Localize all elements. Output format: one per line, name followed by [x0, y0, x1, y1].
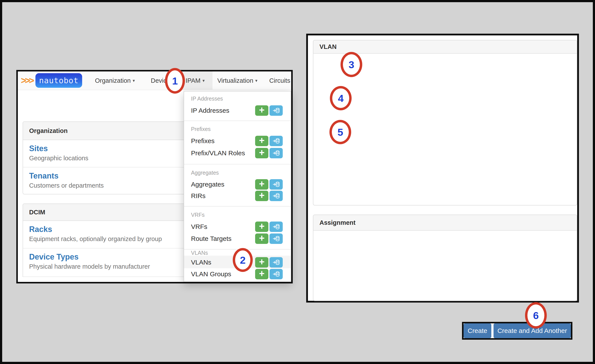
menu-section-header: Prefixes — [191, 124, 211, 134]
plus-icon: + — [259, 233, 265, 243]
add-route-targets-button[interactable]: + — [255, 233, 268, 244]
chevron-down-icon: ▾ — [133, 78, 135, 83]
import-database-icon — [273, 259, 280, 266]
menu-section-header: Aggregates — [191, 168, 219, 178]
card-assignment-title: Assignment — [313, 215, 577, 231]
import-database-icon — [273, 107, 280, 114]
add-prefixes-button[interactable]: + — [255, 136, 268, 146]
menu-item-aggregates[interactable]: Aggregates — [191, 178, 224, 191]
menu-section-header: IP Addresses — [191, 94, 223, 104]
import-route-targets-button[interactable] — [269, 233, 283, 244]
annotation-circle-4: 4 — [330, 86, 352, 110]
plus-icon: + — [259, 148, 265, 157]
menu-section-header: VRFs — [191, 210, 205, 220]
add-prefix-vlan-roles-button[interactable]: + — [255, 148, 268, 158]
menu-item-vlans[interactable]: VLANs — [191, 256, 211, 269]
annotation-number: 3 — [348, 59, 354, 70]
annotation-circle-3: 3 — [340, 52, 362, 77]
menu-item-rirs[interactable]: RIRs — [191, 189, 205, 202]
add-ip-addresses-button[interactable]: + — [255, 105, 268, 116]
import-database-icon — [273, 138, 280, 144]
annotation-number: 5 — [338, 126, 343, 138]
plus-icon: + — [259, 269, 265, 278]
import-database-icon — [273, 236, 280, 242]
annotation-number: 2 — [240, 254, 246, 266]
import-rirs-button[interactable] — [269, 191, 283, 201]
import-aggregates-button[interactable] — [269, 179, 283, 189]
menu-item-route-targets[interactable]: Route Targets — [191, 232, 231, 245]
annotation-circle-5: 5 — [329, 120, 351, 144]
annotation-circle-1: 1 — [165, 68, 185, 94]
import-prefixes-button[interactable] — [269, 136, 283, 146]
chevron-down-icon: ▾ — [255, 78, 257, 83]
divider — [184, 120, 291, 121]
annotation-number: 1 — [172, 75, 178, 87]
divider — [184, 249, 291, 250]
annotation-number: 6 — [533, 309, 539, 322]
nav-item-organization[interactable]: Organization▾ — [95, 71, 135, 90]
import-vlan-groups-button[interactable] — [269, 269, 283, 279]
chevron-down-icon: ▾ — [203, 78, 205, 83]
divider — [184, 164, 291, 164]
import-database-icon — [273, 181, 280, 187]
divider — [184, 206, 291, 207]
add-vlan-groups-button[interactable]: + — [255, 269, 268, 279]
import-database-icon — [273, 271, 280, 277]
card-vlan-title: VLAN — [313, 40, 577, 54]
menu-item-vlan-groups[interactable]: VLAN Groups — [191, 268, 231, 280]
annotation-circle-2: 2 — [233, 248, 253, 272]
import-database-icon — [273, 193, 280, 199]
top-navbar: >>> nautobot Organization▾Devices▾IPAM▾V… — [18, 71, 291, 90]
nautobot-window: >>> nautobot Organization▾Devices▾IPAM▾V… — [16, 70, 293, 283]
import-prefix-vlan-roles-button[interactable] — [269, 148, 283, 158]
plus-icon: + — [259, 222, 265, 231]
import-database-icon — [273, 150, 280, 156]
import-vlans-button[interactable] — [269, 257, 283, 268]
import-ip-addresses-button[interactable] — [269, 105, 283, 116]
menu-item-vrfs[interactable]: VRFs — [191, 220, 207, 233]
nav-item-virtualization[interactable]: Virtualization▾ — [217, 71, 257, 90]
import-database-icon — [273, 224, 280, 230]
plus-icon: + — [259, 191, 265, 200]
menu-item-prefix-vlan-roles[interactable]: Prefix/VLAN Roles — [191, 147, 245, 159]
action-buttons-box: Create Create and Add Another — [462, 322, 572, 340]
plus-icon: + — [259, 136, 265, 145]
logo-chevrons-icon: >>> — [21, 71, 33, 90]
plus-icon: + — [259, 179, 265, 189]
nav-item-circuits[interactable]: Circuits — [269, 71, 290, 90]
nautobot-logo-text: nautobot — [39, 76, 78, 85]
add-vrfs-button[interactable]: + — [255, 222, 268, 232]
nautobot-logo[interactable]: nautobot — [35, 73, 82, 88]
add-vlans-button[interactable]: + — [255, 257, 268, 268]
plus-icon: + — [259, 257, 265, 267]
annotation-circle-6: 6 — [525, 302, 547, 329]
nav-item-ipam[interactable]: IPAM▾ — [186, 71, 205, 90]
annotation-number: 4 — [338, 92, 344, 104]
card-assignment: Assignment — [313, 215, 577, 301]
add-rirs-button[interactable]: + — [255, 191, 268, 201]
plus-icon: + — [259, 105, 265, 115]
add-aggregates-button[interactable]: + — [255, 179, 268, 189]
tutorial-screenshot: >>> nautobot Organization▾Devices▾IPAM▾V… — [0, 0, 595, 364]
menu-item-ip-addresses[interactable]: IP Addresses — [191, 104, 229, 117]
create-button[interactable]: Create — [464, 323, 491, 338]
import-vrfs-button[interactable] — [269, 222, 283, 232]
menu-item-prefixes[interactable]: Prefixes — [191, 135, 214, 147]
